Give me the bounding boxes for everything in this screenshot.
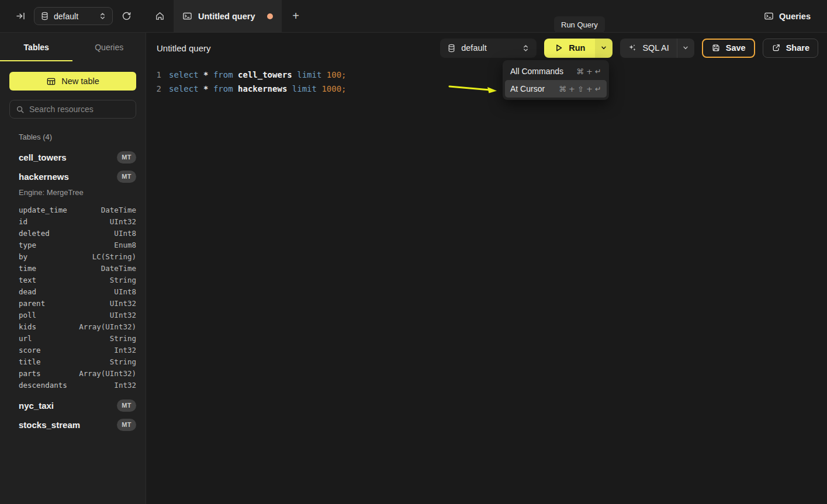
column-name: deleted — [19, 229, 50, 238]
table-row-hackernews[interactable]: hackernews MT — [0, 170, 146, 183]
line-number: 1 — [155, 68, 161, 82]
chevron-down-icon — [682, 44, 689, 51]
table-row-cell-towers[interactable]: cell_towers MT — [0, 151, 146, 164]
run-button[interactable]: Run — [544, 39, 595, 58]
column-row: kids Array(UInt32) — [0, 321, 146, 332]
run-options-button[interactable] — [595, 39, 613, 58]
column-name: dead — [19, 287, 36, 296]
column-type: String — [110, 334, 136, 343]
query-toolbar: Untitled query default — [146, 33, 827, 63]
column-type: DateTime — [101, 264, 136, 273]
column-name: time — [19, 264, 36, 273]
line-number: 2 — [155, 82, 161, 96]
database-selector[interactable]: default — [34, 7, 113, 25]
column-list: update_time DateTime id UInt32 deleted U… — [0, 204, 146, 391]
sidebar-tab-queries[interactable]: Queries — [73, 33, 146, 61]
column-name: type — [19, 241, 36, 249]
engine-badge: MT — [117, 151, 136, 164]
table-name: nyc_taxi — [19, 401, 54, 411]
save-button[interactable]: Save — [702, 39, 755, 58]
queries-button[interactable]: Queries — [764, 0, 827, 32]
column-row: id UInt32 — [0, 215, 146, 227]
column-name: id — [19, 217, 27, 226]
run-split-button: Run — [544, 39, 613, 58]
column-row: descendants Int32 — [0, 379, 146, 391]
column-name: score — [19, 346, 41, 354]
menu-item-label: All Commands — [510, 67, 563, 76]
search-icon — [16, 105, 25, 114]
column-name: descendants — [19, 381, 67, 390]
run-options-menu: All Commands ⌘ + ↵ At Cursor ⌘ + ⇧ + ↵ — [503, 60, 609, 100]
column-type: Array(UInt32) — [79, 369, 136, 378]
sql-ai-split-button: SQL AI — [620, 39, 694, 58]
search-input[interactable] — [29, 105, 135, 114]
sidebar-tab-tables[interactable]: Tables — [0, 33, 73, 61]
column-name: kids — [19, 322, 36, 331]
new-tab-button[interactable]: + — [282, 0, 310, 32]
table-row-stocks-stream[interactable]: stocks_stream MT — [0, 418, 146, 431]
home-icon — [155, 11, 165, 21]
sql-editor[interactable]: 1 select * from cell_towers limit 100; 2… — [146, 63, 827, 96]
save-icon — [711, 43, 721, 53]
top-bar: default — [0, 0, 827, 33]
code-line[interactable]: 1 select * from cell_towers limit 100; — [146, 68, 827, 82]
code-line[interactable]: 2 select * from hackernews limit 1000; — [146, 82, 827, 96]
column-name: text — [19, 276, 36, 284]
sql-ai-button[interactable]: SQL AI — [620, 39, 676, 58]
collapse-sidebar-icon[interactable] — [13, 9, 28, 24]
play-icon — [554, 43, 563, 53]
column-name: update_time — [19, 206, 67, 214]
chevron-down-icon — [600, 44, 607, 51]
column-name: parent — [19, 299, 45, 308]
column-type: UInt32 — [110, 311, 136, 319]
column-row: parent UInt32 — [0, 297, 146, 309]
search-box — [9, 100, 136, 119]
tab-label: Untitled query — [198, 12, 261, 21]
queries-label: Queries — [779, 12, 811, 21]
new-table-button[interactable]: New table — [9, 72, 136, 91]
queries-icon — [764, 11, 774, 21]
tab-untitled-query[interactable]: Untitled query — [174, 0, 282, 32]
menu-item-label: At Cursor — [510, 84, 545, 93]
sql-ai-options-button[interactable] — [677, 39, 694, 58]
share-icon — [771, 43, 781, 53]
tab-home[interactable] — [146, 0, 174, 32]
database-selector-value: default — [54, 12, 94, 21]
share-button[interactable]: Share — [763, 39, 818, 58]
main-panel: Untitled query default — [146, 33, 827, 504]
updown-chevron-icon — [99, 12, 106, 20]
sidebar-tabs: Tables Queries — [0, 33, 146, 61]
table-name: stocks_stream — [19, 420, 80, 430]
column-type: UInt32 — [110, 299, 136, 308]
code-text: select * from cell_towers limit 100; — [169, 68, 347, 82]
column-type: UInt8 — [114, 287, 136, 296]
column-row: score Int32 — [0, 344, 146, 356]
new-table-label: New table — [61, 77, 99, 86]
column-row: by LC(String) — [0, 251, 146, 262]
column-name: by — [19, 252, 27, 261]
database-icon — [40, 12, 49, 20]
run-label: Run — [569, 43, 585, 53]
column-name: parts — [19, 369, 41, 378]
menu-item-all-commands[interactable]: All Commands ⌘ + ↵ — [505, 62, 607, 80]
refresh-icon[interactable] — [119, 9, 134, 24]
column-row: dead UInt8 — [0, 286, 146, 297]
query-title: Untitled query — [157, 43, 432, 53]
table-row-nyc-taxi[interactable]: nyc_taxi MT — [0, 399, 146, 412]
menu-item-at-cursor[interactable]: At Cursor ⌘ + ⇧ + ↵ — [505, 80, 607, 98]
column-type: UInt8 — [114, 229, 136, 238]
query-tabs: Untitled query + — [146, 0, 310, 32]
updown-chevron-icon — [522, 44, 530, 53]
terminal-icon — [182, 11, 192, 21]
column-type: String — [110, 276, 136, 284]
column-type: Int32 — [114, 381, 136, 390]
column-type: LC(String) — [92, 252, 136, 261]
engine-badge: MT — [117, 419, 136, 431]
menu-item-shortcut: ⌘ + ⇧ + ↵ — [559, 85, 601, 93]
column-type: Int32 — [114, 346, 136, 354]
toolbar-database-selector[interactable]: default — [440, 39, 537, 58]
column-type: Array(UInt32) — [79, 322, 136, 331]
column-name: title — [19, 357, 41, 366]
code-text: select * from hackernews limit 1000; — [169, 82, 347, 96]
column-name: poll — [19, 311, 36, 319]
